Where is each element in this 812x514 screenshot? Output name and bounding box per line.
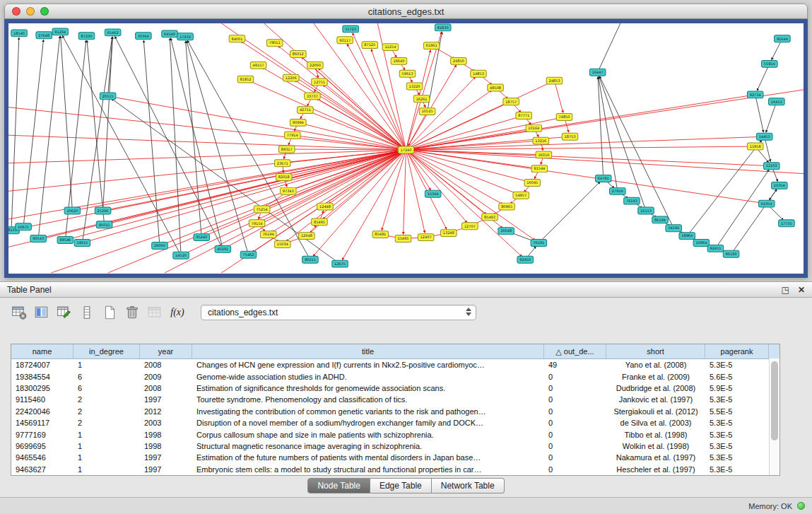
- graph-node[interactable]: 27648: [36, 32, 52, 39]
- graph-node[interactable]: 79011: [266, 40, 283, 47]
- import-table-button[interactable]: [146, 304, 164, 322]
- close-panel-icon[interactable]: ✕: [798, 286, 805, 294]
- graph-node[interactable]: 16016: [536, 151, 552, 158]
- graph-node[interactable]: 93117: [337, 37, 353, 44]
- graph-node[interactable]: 95015: [96, 221, 112, 228]
- graph-node[interactable]: 97343: [280, 187, 296, 194]
- graph-node[interactable]: 12751: [312, 78, 328, 86]
- column-header-short[interactable]: short: [606, 344, 705, 358]
- rows-button[interactable]: [78, 304, 96, 322]
- graph-node[interactable]: 59015: [74, 240, 90, 247]
- graph-node[interactable]: 64354: [758, 200, 775, 207]
- graph-node[interactable]: 18753: [562, 133, 578, 140]
- graph-node[interactable]: 16648: [498, 228, 514, 235]
- graph-node[interactable]: 16113: [638, 207, 654, 214]
- graph-node[interactable]: 87230: [78, 33, 95, 40]
- network-canvas[interactable]: 1724018540276489126487230654623036464540…: [8, 23, 804, 274]
- graph-node[interactable]: 27919: [610, 187, 626, 194]
- minimize-window-button[interactable]: [26, 7, 35, 16]
- table-row[interactable]: 946362711997Embryonic stem cells: a mode…: [11, 464, 779, 475]
- graph-node[interactable]: 75462: [240, 251, 257, 258]
- graph-node[interactable]: 23671: [274, 160, 290, 167]
- graph-node[interactable]: 86194: [652, 216, 669, 223]
- graph-node[interactable]: 11254: [382, 44, 399, 51]
- graph-node[interactable]: 14453: [756, 133, 772, 140]
- graph-node[interactable]: 77914: [284, 132, 300, 139]
- graph-node[interactable]: 10525: [419, 108, 435, 115]
- graph-node[interactable]: 13220: [406, 83, 423, 90]
- graph-node[interactable]: 55723: [343, 25, 359, 33]
- graph-node[interactable]: 15034: [274, 241, 290, 248]
- graph-node[interactable]: 85495: [312, 218, 328, 226]
- graph-node[interactable]: 59613: [399, 70, 416, 77]
- graph-node[interactable]: 15495: [395, 235, 411, 243]
- graph-node[interactable]: 16640: [391, 57, 407, 64]
- graph-node[interactable]: 92734: [747, 91, 763, 98]
- graph-node[interactable]: 92455: [707, 245, 724, 252]
- graph-node[interactable]: 90211: [302, 256, 319, 263]
- column-header-title[interactable]: title: [192, 344, 544, 358]
- tab-network-table[interactable]: Network Table: [432, 478, 505, 493]
- graph-node[interactable]: 49157: [250, 62, 266, 69]
- table-source-select[interactable]: citations_edges.txt: [201, 305, 476, 320]
- graph-node[interactable]: 76191: [531, 240, 547, 247]
- column-header-name[interactable]: name: [11, 344, 73, 358]
- zoom-window-button[interactable]: [40, 7, 49, 16]
- graph-node[interactable]: 26060: [152, 243, 168, 250]
- graph-node[interactable]: 87771: [516, 112, 532, 119]
- graph-node[interactable]: 15344: [425, 190, 441, 197]
- graph-node[interactable]: 12103: [763, 163, 779, 170]
- graph-node[interactable]: 18540: [11, 30, 28, 37]
- graph-node[interactable]: 24853: [546, 77, 563, 84]
- graph-node[interactable]: 16045: [524, 180, 541, 187]
- graph-node[interactable]: 20515: [100, 93, 116, 100]
- graph-node[interactable]: 12648: [299, 233, 315, 240]
- graph-node[interactable]: 10964: [693, 240, 710, 247]
- close-window-button[interactable]: [12, 7, 20, 16]
- graph-node[interactable]: 90994: [290, 119, 307, 126]
- graph-node[interactable]: 14853: [471, 70, 487, 77]
- table-row[interactable]: 1456911722003Disruption of a novel membe…: [11, 417, 779, 428]
- graph-node[interactable]: 40291: [215, 245, 231, 252]
- graph-node[interactable]: 76193: [624, 197, 640, 204]
- graph-node[interactable]: 80965: [499, 203, 515, 210]
- graph-node[interactable]: 86012: [290, 51, 307, 58]
- float-panel-icon[interactable]: ◳: [782, 286, 789, 294]
- graph-node[interactable]: 18964: [679, 233, 695, 240]
- graph-node[interactable]: 17735: [779, 220, 795, 227]
- table-row[interactable]: 1938455462009Genome-wide association stu…: [11, 370, 779, 382]
- column-header-out_de[interactable]: △ out_de...: [544, 344, 606, 358]
- tab-edge-table[interactable]: Edge Table: [370, 478, 432, 493]
- graph-node[interactable]: 87125: [362, 42, 378, 49]
- table-scrollbar[interactable]: [769, 358, 779, 475]
- graph-node[interactable]: 10620: [64, 207, 81, 214]
- graph-node[interactable]: 64540: [162, 30, 178, 37]
- new-document-button[interactable]: [100, 304, 119, 322]
- function-builder-button[interactable]: f(x): [168, 304, 187, 322]
- graph-node[interactable]: 55914: [761, 60, 777, 67]
- table-row[interactable]: 911546021997Tourette syndrome. Phenomeno…: [11, 394, 779, 405]
- graph-node[interactable]: 99546: [57, 237, 73, 244]
- graph-node[interactable]: 84001: [229, 35, 245, 42]
- graph-node[interactable]: 16261: [413, 95, 430, 103]
- graph-node[interactable]: 64791: [595, 175, 611, 182]
- table-row[interactable]: 1872400712008Changes of HCN gene express…: [11, 359, 779, 370]
- scrollbar-thumb[interactable]: [771, 361, 778, 440]
- graph-node[interactable]: 16453: [769, 98, 785, 105]
- graph-node[interactable]: 92450: [517, 256, 534, 263]
- column-header-in_degree[interactable]: in_degree: [73, 344, 140, 358]
- graph-node[interactable]: 10164: [526, 124, 542, 132]
- graph-node[interactable]: 48508: [488, 84, 504, 91]
- table-options-button[interactable]: [10, 304, 28, 322]
- graph-node[interactable]: 17240: [398, 146, 414, 153]
- table-row[interactable]: 946554611997Estimation of the future num…: [11, 452, 779, 463]
- table-row[interactable]: 969969511998Structural magnetic resonanc…: [11, 440, 779, 452]
- graph-node[interactable]: 91264: [52, 28, 69, 35]
- graph-node[interactable]: 89317: [278, 146, 295, 153]
- graph-node[interactable]: 24850: [451, 57, 467, 64]
- window-titlebar[interactable]: citations_edges.txt: [4, 4, 808, 19]
- delete-button[interactable]: [123, 304, 141, 322]
- graph-node[interactable]: 76194: [260, 231, 276, 238]
- graph-node[interactable]: 42751: [298, 107, 314, 114]
- graph-node[interactable]: 18757: [503, 98, 519, 105]
